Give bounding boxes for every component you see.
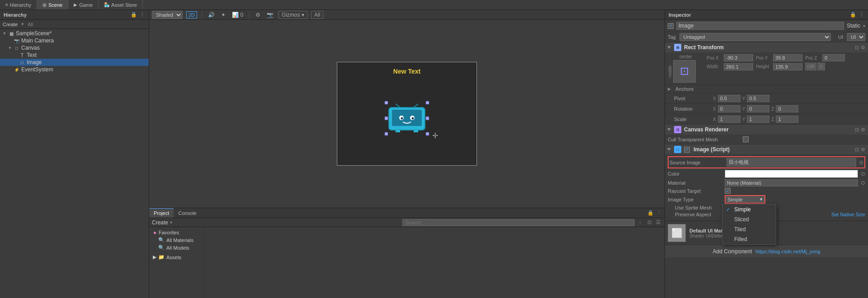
project-tab[interactable]: Project bbox=[149, 208, 174, 218]
fx-btn[interactable]: ✦ bbox=[220, 12, 227, 18]
console-tab[interactable]: Console bbox=[174, 208, 201, 218]
rt-posy-input[interactable] bbox=[773, 54, 802, 61]
rt-action1[interactable]: ⊡ bbox=[855, 45, 859, 51]
rt-posz-input[interactable] bbox=[822, 54, 845, 61]
rt-posz-label: Pos Z bbox=[805, 56, 821, 61]
rect-transform-header[interactable]: ⊞ Rect Transform ⊡ ⚙ bbox=[665, 42, 868, 52]
all-btn[interactable]: All bbox=[311, 11, 323, 19]
source-image-value[interactable]: 田小电视 bbox=[726, 158, 856, 167]
material-value[interactable]: None (Material) bbox=[725, 179, 858, 186]
text-icon: T bbox=[19, 52, 25, 58]
add-component-bar[interactable]: Add Component https://blog.csdn.net/Mj_y… bbox=[665, 245, 868, 257]
tab-hierarchy[interactable]: ≡ Hierarchy bbox=[0, 0, 37, 9]
dropdown-item-sliced[interactable]: Sliced bbox=[722, 214, 776, 224]
dropdown-item-filled[interactable]: Filled bbox=[722, 234, 776, 244]
tag-select[interactable]: Untagged bbox=[679, 33, 831, 41]
object-enabled-checkbox[interactable] bbox=[668, 23, 674, 29]
hierarchy-item-main-camera[interactable]: ▶ 📷 Main Camera bbox=[0, 37, 149, 44]
scale-x-input[interactable] bbox=[718, 116, 741, 123]
dropdown-item-tiled[interactable]: Tiled bbox=[722, 224, 776, 234]
material-dot[interactable]: ⊙ bbox=[861, 180, 865, 186]
cr-action2[interactable]: ⚙ bbox=[861, 127, 865, 133]
all-models-item[interactable]: 🔍 All Models bbox=[151, 244, 201, 251]
project-icon3[interactable]: ☰ bbox=[655, 219, 662, 226]
material-row: Material None (Material) ⊙ bbox=[668, 179, 865, 186]
pivot-x-input[interactable] bbox=[718, 95, 741, 102]
is-action1[interactable]: ⊡ bbox=[855, 147, 859, 153]
selected-image-obj[interactable]: ✛ bbox=[387, 103, 427, 134]
cr-action1[interactable]: ⊡ bbox=[855, 127, 859, 133]
raycast-checkbox[interactable] bbox=[725, 188, 731, 194]
rect-transform-widget[interactable] bbox=[673, 60, 696, 83]
hierarchy-item-eventsystem[interactable]: ▶ ⚡ EventSystem bbox=[0, 66, 149, 73]
image-script-enabled[interactable] bbox=[684, 147, 690, 153]
scene-stats[interactable]: 📊 0 bbox=[231, 12, 245, 18]
rect-transform-content: center middle Pos X bbox=[665, 52, 868, 84]
hierarchy-create-btn[interactable]: Create bbox=[3, 22, 18, 27]
hierarchy-item-image[interactable]: ▶ □ Image bbox=[0, 59, 149, 66]
rt-posx-input[interactable] bbox=[724, 54, 753, 61]
gizmos-btn[interactable]: Gizmos ▾ bbox=[278, 11, 307, 19]
mode-2d-btn[interactable]: 2D bbox=[186, 11, 197, 19]
scale-y-input[interactable] bbox=[747, 116, 769, 123]
color-dot[interactable]: ⊙ bbox=[861, 171, 865, 177]
audio-btn[interactable]: 🔊 bbox=[207, 12, 216, 18]
is-action2[interactable]: ⚙ bbox=[861, 147, 865, 153]
source-image-dot[interactable]: ⊙ bbox=[859, 159, 863, 166]
dropdown-item-simple[interactable]: ✓ Simple bbox=[722, 205, 776, 214]
add-component-btn[interactable]: Add Component bbox=[713, 248, 752, 255]
hierarchy-lock-icon[interactable]: 🔒 bbox=[131, 12, 137, 18]
hierarchy-menu-icon[interactable]: ⋮ bbox=[139, 12, 145, 18]
project-search-input[interactable] bbox=[402, 219, 635, 226]
shading-select[interactable]: Shaded bbox=[152, 11, 183, 19]
rt-width-input[interactable] bbox=[724, 63, 753, 70]
rt-height-input[interactable] bbox=[773, 63, 802, 70]
set-native-size-btn[interactable]: Set Native Size bbox=[831, 212, 865, 217]
anchors-expand-icon[interactable]: ▶ bbox=[668, 87, 671, 91]
inspector-lock-icon[interactable]: 🔒 bbox=[850, 12, 856, 18]
tools-btn[interactable]: ⚙ bbox=[254, 12, 262, 18]
hierarchy-item-text[interactable]: ▶ T Text bbox=[0, 51, 149, 59]
favorites-header[interactable]: ★ Favorites bbox=[151, 229, 201, 236]
tab-game[interactable]: ▶ Game bbox=[68, 0, 99, 9]
handle-ml[interactable] bbox=[385, 117, 388, 120]
project-icon2[interactable]: ⊡ bbox=[646, 219, 653, 226]
project-create-btn[interactable]: Create bbox=[152, 219, 168, 226]
hierarchy-item-samplescene[interactable]: ▼ ▦ SampleScene* bbox=[0, 30, 149, 37]
add-component-url[interactable]: https://blog.csdn.net/Mj_yong bbox=[755, 249, 820, 254]
inspector-menu-icon[interactable]: ⋮ bbox=[858, 12, 864, 18]
handle-tl[interactable] bbox=[385, 101, 388, 104]
stretch-r-btn[interactable]: ⊡R bbox=[805, 63, 816, 70]
handle-mr[interactable] bbox=[426, 117, 429, 120]
project-menu-icon[interactable]: ⋮ bbox=[656, 210, 662, 216]
scale-z-input[interactable] bbox=[776, 116, 798, 123]
tab-scene[interactable]: ◎ Scene bbox=[37, 0, 68, 9]
layer-select[interactable]: UI bbox=[847, 33, 865, 41]
rt-action2[interactable]: ⚙ bbox=[861, 45, 865, 51]
color-picker[interactable] bbox=[725, 170, 858, 178]
handle-bl[interactable] bbox=[385, 132, 388, 135]
project-icon1[interactable]: ↑ bbox=[637, 219, 644, 226]
all-materials-item[interactable]: 🔍 All Materials bbox=[151, 236, 201, 244]
hierarchy-item-canvas[interactable]: ▼ □ Canvas bbox=[0, 44, 149, 51]
image-type-dropdown[interactable]: Simple ▾ bbox=[725, 195, 765, 204]
hierarchy-filter-btn[interactable]: All bbox=[28, 22, 33, 27]
layers-btn[interactable]: 📷 bbox=[265, 12, 275, 18]
handle-br[interactable] bbox=[426, 132, 429, 135]
pivot-y-input[interactable] bbox=[747, 95, 769, 102]
tab-asset-store[interactable]: 🏪 Asset Store bbox=[99, 0, 143, 9]
rot-x-input[interactable] bbox=[718, 105, 741, 112]
cull-transparent-checkbox[interactable] bbox=[743, 136, 749, 142]
layer-label: UI bbox=[838, 34, 843, 40]
assets-item[interactable]: ▶ 📁 Assets bbox=[151, 253, 201, 261]
project-lock-icon[interactable]: 🔒 bbox=[647, 210, 654, 216]
canvas-renderer-header[interactable]: ⊡ Canvas Renderer ⊡ ⚙ bbox=[665, 125, 868, 135]
image-script-header[interactable]: □ Image (Script) ⊡ ⚙ bbox=[665, 144, 868, 154]
object-name-input[interactable] bbox=[676, 22, 844, 30]
rot-z-input[interactable] bbox=[776, 105, 798, 112]
rot-y-input[interactable] bbox=[747, 105, 769, 112]
tab-scene-label: Scene bbox=[48, 2, 62, 8]
handle-tr[interactable] bbox=[426, 101, 429, 104]
stretch-btn[interactable]: ⊡ bbox=[817, 63, 825, 70]
static-arrow[interactable]: ▾ bbox=[863, 23, 865, 28]
